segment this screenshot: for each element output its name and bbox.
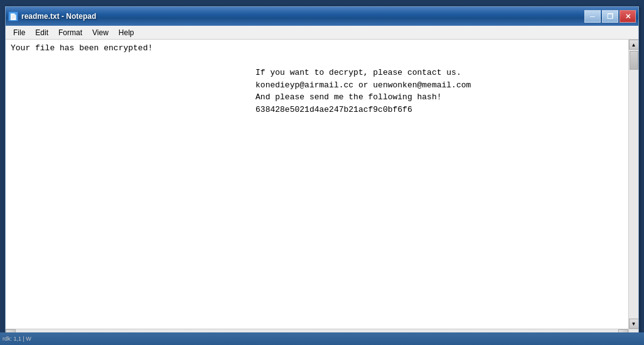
minimize-button[interactable]: ─ bbox=[584, 10, 601, 23]
window-icon: 📄 bbox=[8, 11, 18, 21]
scroll-up-button[interactable]: ▲ bbox=[629, 40, 639, 50]
menubar: File Edit Format View Help bbox=[6, 26, 638, 40]
title-bar-left: 📄 readme.txt - Notepad bbox=[8, 11, 96, 21]
menu-format[interactable]: Format bbox=[53, 27, 87, 38]
scroll-thumb-v[interactable] bbox=[630, 51, 638, 70]
restore-button[interactable]: ❐ bbox=[602, 10, 618, 23]
title-bar-controls: ─ ❐ ✕ bbox=[584, 10, 636, 23]
notepad-window: 📄 readme.txt - Notepad ─ ❐ ✕ File Edit F… bbox=[5, 6, 639, 339]
taskbar-info: rdk: 1,1 | W bbox=[3, 336, 31, 342]
title-bar: 📄 readme.txt - Notepad ─ ❐ ✕ bbox=[6, 7, 638, 26]
menu-help[interactable]: Help bbox=[114, 27, 139, 38]
window-title: readme.txt - Notepad bbox=[21, 12, 96, 21]
scroll-down-button[interactable]: ▼ bbox=[629, 319, 639, 329]
close-button[interactable]: ✕ bbox=[620, 10, 636, 23]
menu-view[interactable]: View bbox=[87, 27, 114, 38]
menu-file[interactable]: File bbox=[8, 27, 30, 38]
vertical-scrollbar[interactable]: ▲ ▼ bbox=[628, 40, 638, 329]
scroll-track-v[interactable] bbox=[629, 50, 638, 319]
text-content[interactable]: Your file has been encrypted! If you wan… bbox=[6, 40, 628, 329]
menu-edit[interactable]: Edit bbox=[30, 27, 53, 38]
taskbar: rdk: 1,1 | W bbox=[0, 332, 644, 345]
editor-area: Your file has been encrypted! If you wan… bbox=[6, 40, 638, 329]
